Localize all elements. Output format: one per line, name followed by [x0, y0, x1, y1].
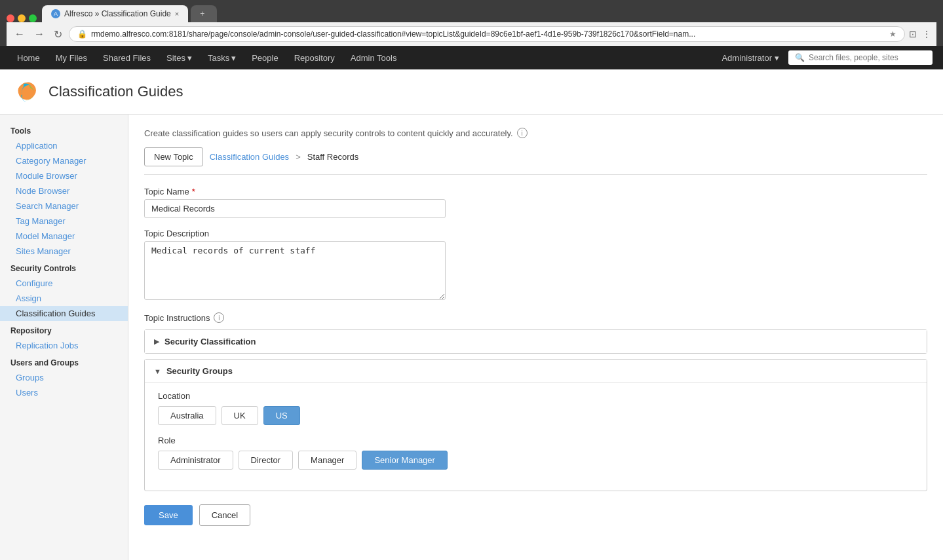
- nav-admin-tools[interactable]: Admin Tools: [344, 46, 404, 69]
- search-bar[interactable]: 🔍: [788, 50, 933, 65]
- sidebar-item-tag-manager[interactable]: Tag Manager: [0, 214, 128, 229]
- sidebar-item-search-manager[interactable]: Search Manager: [0, 198, 128, 214]
- topic-name-group: Topic Name *: [144, 187, 927, 218]
- nav-my-files[interactable]: My Files: [49, 46, 94, 69]
- role-senior-manager-btn[interactable]: Senior Manager: [362, 451, 448, 470]
- sidebar-item-application[interactable]: Application: [0, 138, 128, 153]
- sidebar-item-replication-jobs[interactable]: Replication Jobs: [0, 338, 128, 353]
- nav-repository[interactable]: Repository: [288, 46, 341, 69]
- url-text: rmdemo.alfresco.com:8181/share/page/cons…: [91, 29, 885, 39]
- role-label: Role: [158, 436, 914, 445]
- security-groups-header[interactable]: ▼ Security Groups: [145, 360, 927, 383]
- sidebar-item-groups[interactable]: Groups: [0, 370, 128, 385]
- action-row: Save Cancel: [144, 504, 927, 526]
- save-button[interactable]: Save: [144, 505, 193, 525]
- topic-instructions-icon[interactable]: i: [214, 312, 224, 323]
- info-text: Create classification guides so users ca…: [144, 128, 513, 138]
- repository-title: Repository: [0, 321, 128, 338]
- back-btn[interactable]: ←: [12, 27, 28, 41]
- layout: Tools Application Category Manager Modul…: [0, 115, 943, 560]
- sidebar-item-users[interactable]: Users: [0, 385, 128, 400]
- security-groups-title: Security Groups: [166, 366, 233, 376]
- active-tab[interactable]: A Alfresco » Classification Guide ×: [42, 5, 188, 22]
- nav-home[interactable]: Home: [10, 46, 47, 69]
- security-groups-accordion: ▼ Security Groups Location Australia UK …: [144, 359, 927, 491]
- security-classification-header[interactable]: ▶ Security Classification: [145, 330, 927, 353]
- new-tab-btn[interactable]: +: [191, 5, 217, 22]
- role-manager-btn[interactable]: Manager: [298, 451, 356, 470]
- security-classification-arrow: ▶: [154, 337, 159, 346]
- location-australia-btn[interactable]: Australia: [158, 406, 216, 425]
- page-header: Classification Guides: [0, 69, 943, 115]
- users-groups-title: Users and Groups: [0, 353, 128, 370]
- extensions-icon[interactable]: ⊡: [909, 29, 917, 39]
- topic-description-group: Topic Description: [144, 229, 927, 302]
- location-us-btn[interactable]: US: [263, 406, 300, 425]
- topic-description-label: Topic Description: [144, 229, 927, 238]
- url-bar[interactable]: 🔒 rmdemo.alfresco.com:8181/share/page/co…: [69, 26, 905, 42]
- nav-shared-files[interactable]: Shared Files: [96, 46, 157, 69]
- browser-chrome: A Alfresco » Classification Guide × + ← …: [0, 0, 943, 46]
- role-director-btn[interactable]: Director: [239, 451, 294, 470]
- security-classification-title: Security Classification: [164, 337, 256, 346]
- breadcrumb-classification-guides[interactable]: Classification Guides: [210, 152, 289, 162]
- sidebar-item-node-browser[interactable]: Node Browser: [0, 183, 128, 198]
- info-icon[interactable]: i: [517, 128, 528, 138]
- role-administrator-btn[interactable]: Administrator: [158, 451, 233, 470]
- nav-tasks[interactable]: Tasks ▾: [201, 46, 242, 69]
- sidebar-item-assign[interactable]: Assign: [0, 291, 128, 306]
- sidebar-item-classification-guides[interactable]: Classification Guides: [0, 306, 128, 321]
- sidebar-item-category-manager[interactable]: Category Manager: [0, 153, 128, 168]
- security-classification-accordion: ▶ Security Classification: [144, 329, 927, 354]
- breadcrumb-row: New Topic Classification Guides > Staff …: [144, 147, 927, 175]
- location-toggle-group: Australia UK US: [158, 406, 914, 425]
- cancel-button[interactable]: Cancel: [199, 504, 250, 526]
- sidebar-item-model-manager[interactable]: Model Manager: [0, 229, 128, 244]
- user-menu[interactable]: Administrator ▾: [715, 53, 786, 63]
- tools-section-title: Tools: [0, 121, 128, 138]
- tab-close-btn[interactable]: ×: [175, 10, 179, 18]
- browser-controls: ← → ↻ 🔒 rmdemo.alfresco.com:8181/share/p…: [7, 22, 936, 46]
- sidebar-item-configure[interactable]: Configure: [0, 276, 128, 291]
- role-toggle-group: Administrator Director Manager Senior Ma…: [158, 451, 914, 470]
- info-bar: Create classification guides so users ca…: [144, 128, 927, 138]
- required-indicator: *: [192, 187, 195, 196]
- maximize-traffic-light[interactable]: [29, 14, 37, 22]
- search-input[interactable]: [809, 53, 914, 62]
- security-controls-title: Security Controls: [0, 259, 128, 276]
- topic-name-label: Topic Name *: [144, 187, 927, 196]
- traffic-lights: [7, 14, 37, 22]
- browser-actions: ⊡ ⋮: [909, 29, 931, 39]
- browser-tabs: A Alfresco » Classification Guide × +: [7, 5, 936, 22]
- security-groups-body: Location Australia UK US Role Administra…: [145, 383, 927, 491]
- page-title: Classification Guides: [48, 83, 183, 100]
- top-nav: Home My Files Shared Files Sites ▾ Tasks…: [0, 46, 943, 69]
- minimize-traffic-light[interactable]: [18, 14, 26, 22]
- security-groups-arrow: ▼: [154, 367, 161, 375]
- tab-title: Alfresco » Classification Guide: [64, 9, 171, 18]
- close-traffic-light[interactable]: [7, 14, 14, 22]
- menu-icon[interactable]: ⋮: [922, 29, 931, 39]
- nav-people[interactable]: People: [245, 46, 284, 69]
- location-label: Location: [158, 391, 914, 401]
- topic-name-input[interactable]: [144, 199, 446, 218]
- svg-text:A: A: [54, 10, 58, 17]
- new-topic-button[interactable]: New Topic: [144, 147, 203, 166]
- sidebar: Tools Application Category Manager Modul…: [0, 115, 128, 560]
- search-icon: 🔍: [795, 53, 805, 62]
- breadcrumb-staff-records: Staff Records: [307, 152, 359, 162]
- topic-instructions-label-row: Topic Instructions i: [144, 312, 927, 323]
- main-content: Create classification guides so users ca…: [128, 115, 943, 560]
- nav-sites[interactable]: Sites ▾: [160, 46, 199, 69]
- forward-btn[interactable]: →: [31, 27, 47, 41]
- sidebar-item-module-browser[interactable]: Module Browser: [0, 168, 128, 183]
- reload-btn[interactable]: ↻: [51, 27, 65, 42]
- sidebar-item-sites-manager[interactable]: Sites Manager: [0, 244, 128, 259]
- topic-description-textarea[interactable]: [144, 241, 446, 300]
- breadcrumb-separator: >: [296, 152, 301, 162]
- location-uk-btn[interactable]: UK: [221, 406, 258, 425]
- alfresco-logo: [13, 79, 39, 105]
